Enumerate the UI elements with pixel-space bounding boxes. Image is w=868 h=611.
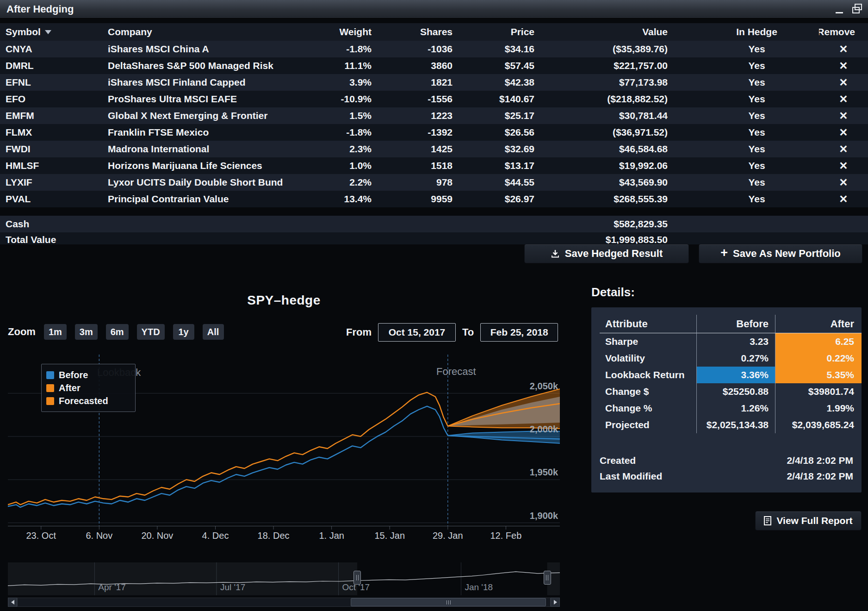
holdings-row[interactable]: EMFM Global X Next Emerging & Frontier 1… — [0, 107, 868, 124]
column-header-shares[interactable]: Shares — [372, 23, 453, 41]
cell-shares: 1425 — [372, 141, 453, 157]
cell-symbol: CNYA — [0, 41, 104, 57]
holdings-row[interactable]: FLMX Franklin FTSE Mexico -1.8% -1392 $2… — [0, 124, 868, 141]
remove-icon[interactable]: ✕ — [839, 94, 848, 105]
column-header-symbol[interactable]: Symbol — [0, 23, 104, 41]
holdings-row[interactable]: PVAL Principal Contrarian Value 13.4% 99… — [0, 191, 868, 207]
maximize-icon — [852, 7, 860, 13]
detail-row: Sharpe 3.23 6.25 — [600, 333, 862, 350]
zoom-button-1m[interactable]: 1m — [44, 324, 67, 340]
legend-item-after[interactable]: After — [46, 381, 130, 394]
to-date-input[interactable]: Feb 25, 2018 — [480, 323, 558, 342]
chart-scrollbar — [8, 598, 560, 607]
x-axis-label: 6. Nov — [76, 530, 122, 541]
navigator-right-handle[interactable] — [544, 571, 551, 585]
zoom-button-all[interactable]: All — [203, 324, 224, 340]
cell-value: $30,781.44 — [535, 107, 669, 124]
zoom-button-3m[interactable]: 3m — [75, 324, 98, 340]
cell-price: $13.17 — [453, 157, 535, 174]
total-row: Total Value $1,999,883.50 — [0, 232, 868, 244]
cash-label: Cash — [0, 216, 296, 232]
column-header-company[interactable]: Company — [104, 23, 296, 41]
column-header-weight[interactable]: Weight — [296, 23, 372, 41]
remove-icon[interactable]: ✕ — [839, 194, 848, 205]
cell-symbol: EFO — [0, 91, 104, 107]
report-document-icon — [764, 516, 771, 525]
remove-icon[interactable]: ✕ — [839, 161, 848, 171]
legend-item-before[interactable]: Before — [46, 368, 130, 381]
details-table: Attribute Before After Sharpe 3.23 6.25 … — [600, 315, 862, 433]
remove-icon[interactable]: ✕ — [839, 144, 848, 155]
minimize-button[interactable] — [836, 5, 844, 13]
remove-icon[interactable]: ✕ — [839, 44, 848, 55]
holdings-row[interactable]: LYXIF Lyxor UCITS Daily Double Short Bun… — [0, 174, 868, 191]
cell-price: $57.45 — [453, 57, 535, 74]
x-axis-label: 1. Jan — [309, 530, 355, 541]
remove-icon[interactable]: ✕ — [839, 61, 848, 71]
x-axis-label: 18. Dec — [250, 530, 297, 541]
cell-value: $221,757.00 — [535, 57, 669, 74]
remove-icon[interactable]: ✕ — [839, 177, 848, 188]
cell-weight: 2.2% — [296, 174, 372, 191]
cell-symbol: DMRL — [0, 57, 104, 74]
cell-in-hedge: Yes — [669, 174, 819, 191]
zoom-buttons: 1m3m6mYTD1yAll — [44, 324, 224, 340]
detail-attribute: Projected — [600, 417, 696, 433]
right-triangle-icon — [554, 600, 557, 605]
holdings-row[interactable]: EFO ProShares Ultra MSCI EAFE -10.9% -15… — [0, 91, 868, 107]
zoom-button-6m[interactable]: 6m — [106, 324, 129, 340]
holdings-row[interactable]: EFNL iShares MSCI Finland Capped 3.9% 18… — [0, 74, 868, 91]
scrollbar-right-arrow[interactable] — [551, 598, 560, 607]
modified-label: Last Modified — [600, 471, 662, 482]
navigator-label: Apr '17 — [98, 582, 126, 592]
zoom-button-1y[interactable]: 1y — [173, 324, 194, 340]
remove-icon[interactable]: ✕ — [839, 77, 848, 88]
navigator-mask-left — [8, 562, 357, 595]
holdings-row[interactable]: DMRL DeltaShares S&P 500 Managed Risk 11… — [0, 57, 868, 74]
cell-shares: 1223 — [372, 107, 453, 124]
column-header-in-hedge[interactable]: In Hedge — [669, 23, 819, 41]
cell-symbol: EMFM — [0, 107, 104, 124]
holdings-row[interactable]: HMLSF Horizons Marijuana Life Sciences 1… — [0, 157, 868, 174]
column-header-price[interactable]: Price — [453, 23, 535, 41]
save-as-new-portfolio-button[interactable]: + Save As New Portfolio — [699, 244, 862, 263]
total-label: Total Value — [0, 232, 296, 244]
detail-row: Change % 1.26% 1.99% — [600, 400, 862, 417]
holdings-header-row: Symbol Company Weight Shares Price Value… — [0, 23, 868, 41]
column-header-value[interactable]: Value — [535, 23, 669, 41]
cell-remove: ✕ — [819, 74, 868, 91]
cell-company: Principal Contrarian Value — [104, 191, 296, 207]
scrollbar-thumb[interactable] — [351, 598, 546, 606]
cell-price: $26.97 — [453, 191, 535, 207]
navigator-label: Jul '17 — [220, 582, 245, 592]
maximize-button[interactable] — [852, 5, 862, 13]
detail-row: Projected $2,025,134.38 $2,039,685.24 — [600, 417, 862, 433]
save-hedged-result-button[interactable]: Save Hedged Result — [524, 244, 689, 263]
cell-in-hedge: Yes — [669, 141, 819, 157]
detail-attribute: Sharpe — [600, 333, 696, 350]
zoom-button-ytd[interactable]: YTD — [137, 324, 165, 340]
cell-in-hedge: Yes — [669, 41, 819, 57]
view-full-report-button[interactable]: View Full Report — [755, 511, 862, 530]
cell-price: $140.67 — [453, 91, 535, 107]
total-value: $1,999,883.50 — [535, 232, 669, 244]
left-triangle-icon — [11, 600, 14, 605]
x-axis-label: 20. Nov — [134, 530, 180, 541]
legend-item-forecasted[interactable]: Forecasted — [46, 394, 130, 407]
detail-before-value: 0.27% — [696, 350, 775, 367]
cell-weight: 1.5% — [296, 107, 372, 124]
from-date-input[interactable]: Oct 15, 2017 — [378, 323, 456, 342]
cell-remove: ✕ — [819, 91, 868, 107]
remove-icon[interactable]: ✕ — [839, 111, 848, 121]
navigator-left-handle[interactable] — [353, 571, 361, 585]
cell-shares: 1821 — [372, 74, 453, 91]
holdings-row[interactable]: CNYA iShares MSCI China A -1.8% -1036 $3… — [0, 41, 868, 57]
price-chart[interactable]: Lookback Forecast BeforeAfterForecasted — [8, 352, 560, 532]
cell-weight: 13.4% — [296, 191, 372, 207]
cell-in-hedge: Yes — [669, 91, 819, 107]
scrollbar-left-arrow[interactable] — [8, 598, 17, 607]
remove-icon[interactable]: ✕ — [839, 127, 848, 138]
modified-row: Last Modified 2/4/18 2:02 PM — [600, 468, 853, 484]
holdings-row[interactable]: FWDI Madrona International 2.3% 1425 $32… — [0, 141, 868, 157]
cell-value: $46,584.68 — [535, 141, 669, 157]
